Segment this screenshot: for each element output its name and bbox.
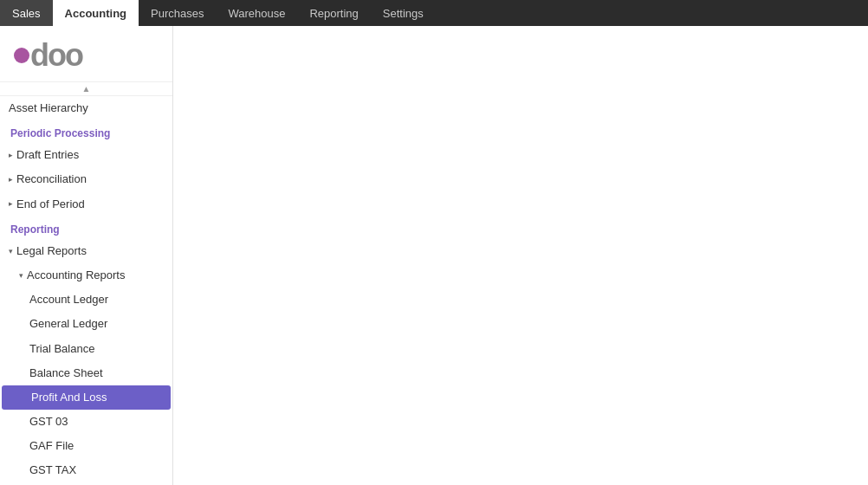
sidebar-item-label: Balance Sheet bbox=[29, 365, 103, 381]
sidebar-item-label: GST 03 bbox=[29, 414, 68, 430]
sidebar-items-container: Asset HierarchyPeriodic Processing▸Draft… bbox=[0, 96, 172, 485]
odoo-logo: doo bbox=[14, 40, 82, 71]
sidebar: doo ▲ Asset HierarchyPeriodic Processing… bbox=[0, 26, 173, 485]
sidebar-item-label: End of Period bbox=[16, 197, 85, 212]
top-nav: SalesAccountingPurchasesWarehouseReporti… bbox=[0, 0, 868, 26]
sidebar-item-gaf-file[interactable]: GAF File bbox=[0, 434, 172, 458]
arrow-icon: ▾ bbox=[19, 270, 23, 281]
section-title-reporting: Reporting bbox=[0, 217, 172, 239]
sidebar-item-label: Asset Hierarchy bbox=[9, 100, 88, 116]
sidebar-item-legal-reports[interactable]: ▾Legal Reports bbox=[0, 239, 172, 263]
nav-item-warehouse[interactable]: Warehouse bbox=[216, 0, 297, 26]
sidebar-item-account-ledger[interactable]: Account Ledger bbox=[0, 288, 172, 312]
sidebar-item-gst-03[interactable]: GST 03 bbox=[0, 410, 172, 434]
sidebar-scroll-up[interactable]: ▲ bbox=[0, 82, 172, 96]
sidebar-item-label: General Ledger bbox=[29, 316, 107, 332]
sidebar-item-general-ledger[interactable]: General Ledger bbox=[0, 312, 172, 336]
sidebar-item-gst-tax[interactable]: GST TAX bbox=[0, 458, 172, 482]
arrow-icon: ▸ bbox=[9, 198, 13, 210]
sidebar-item-asset-hierarchy[interactable]: Asset Hierarchy bbox=[0, 96, 172, 120]
arrow-icon: ▸ bbox=[9, 150, 13, 161]
arrow-icon: ▾ bbox=[9, 246, 13, 257]
sidebar-item-balance-sheet[interactable]: Balance Sheet bbox=[0, 361, 172, 385]
sidebar-item-label: Account Ledger bbox=[29, 292, 108, 307]
sidebar-item-accounting-reports[interactable]: ▾Accounting Reports bbox=[0, 263, 172, 288]
odoo-dot bbox=[14, 48, 29, 63]
sidebar-logo: doo bbox=[0, 26, 172, 82]
nav-item-reporting[interactable]: Reporting bbox=[297, 0, 370, 26]
sidebar-item-label: GST TAX bbox=[29, 462, 76, 478]
sidebar-item-trial-balance[interactable]: Trial Balance bbox=[0, 337, 172, 361]
sidebar-item-draft-entries[interactable]: ▸Draft Entries bbox=[0, 143, 172, 167]
sidebar-item-label: Legal Reports bbox=[16, 243, 87, 259]
nav-item-settings[interactable]: Settings bbox=[371, 0, 436, 26]
section-title-periodic-processing: Periodic Processing bbox=[0, 120, 172, 143]
sidebar-item-end-of-period[interactable]: ▸End of Period bbox=[0, 192, 172, 217]
sidebar-item-label: GAF File bbox=[29, 438, 74, 454]
sidebar-item-label: Reconciliation bbox=[16, 171, 87, 187]
sidebar-item-label: Accounting Reports bbox=[27, 268, 125, 283]
nav-item-purchases[interactable]: Purchases bbox=[139, 0, 216, 26]
main-content bbox=[173, 26, 868, 485]
arrow-icon: ▸ bbox=[9, 174, 13, 185]
sidebar-item-label: Draft Entries bbox=[16, 147, 79, 163]
sidebar-item-reconciliation[interactable]: ▸Reconciliation bbox=[0, 167, 172, 191]
nav-item-sales[interactable]: Sales bbox=[0, 0, 53, 26]
nav-item-accounting[interactable]: Accounting bbox=[53, 0, 139, 26]
sidebar-item-label: Profit And Loss bbox=[31, 390, 107, 405]
sidebar-item-profit-and-loss[interactable]: Profit And Loss bbox=[2, 385, 171, 410]
sidebar-item-label: Trial Balance bbox=[29, 341, 94, 357]
main-layout: doo ▲ Asset HierarchyPeriodic Processing… bbox=[0, 26, 868, 485]
